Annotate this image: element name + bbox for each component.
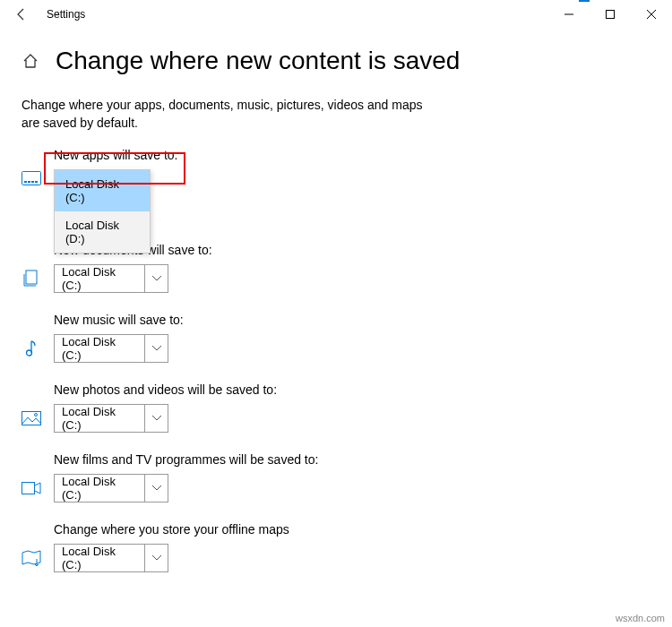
svg-rect-1 [607, 11, 615, 19]
chevron-down-icon [144, 475, 168, 502]
photos-value: Local Disk (C:) [55, 405, 144, 432]
svg-point-10 [35, 414, 38, 417]
page-intro: Change where your apps, documents, music… [0, 97, 448, 132]
svg-rect-11 [22, 483, 35, 494]
svg-rect-6 [35, 181, 38, 183]
music-label: New music will save to: [54, 313, 650, 327]
chevron-down-icon [144, 335, 168, 362]
minimize-button[interactable] [548, 0, 590, 29]
apps-label: New apps will save to: [54, 148, 650, 162]
music-value: Local Disk (C:) [55, 335, 144, 362]
back-button[interactable] [7, 0, 36, 29]
maps-icon [22, 548, 41, 568]
dropdown-option-d[interactable]: Local Disk (D:) [55, 211, 150, 253]
window-title: Settings [47, 8, 85, 21]
films-value: Local Disk (C:) [55, 475, 144, 502]
photos-icon [22, 408, 41, 428]
music-icon [22, 339, 41, 358]
watermark: wsxdn.com [616, 613, 665, 623]
active-tab-accent [579, 0, 590, 2]
music-section: New music will save to: Local Disk (C:) [22, 313, 650, 363]
home-icon[interactable] [22, 52, 39, 70]
documents-select[interactable]: Local Disk (C:) [54, 264, 168, 293]
photos-label: New photos and videos will be saved to: [54, 382, 650, 397]
films-select[interactable]: Local Disk (C:) [54, 474, 168, 502]
svg-rect-2 [22, 172, 41, 185]
music-select[interactable]: Local Disk (C:) [54, 334, 168, 363]
chevron-down-icon [144, 405, 168, 432]
apps-icon [22, 169, 41, 189]
chevron-down-icon [144, 545, 168, 571]
apps-section: New apps will save to: Local Disk (C:) L… [22, 148, 650, 189]
title-bar: Settings [0, 0, 672, 29]
photos-section: New photos and videos will be saved to: … [22, 382, 650, 433]
svg-rect-3 [24, 181, 27, 183]
films-section: New films and TV programmes will be save… [22, 452, 650, 502]
svg-rect-4 [28, 181, 30, 183]
films-icon [22, 478, 41, 498]
films-label: New films and TV programmes will be save… [54, 452, 650, 467]
documents-value: Local Disk (C:) [55, 265, 144, 292]
page-header: Change where new content is saved [0, 29, 672, 97]
documents-icon [22, 269, 41, 288]
close-button[interactable] [631, 0, 672, 29]
maps-value: Local Disk (C:) [55, 545, 144, 571]
maps-select[interactable]: Local Disk (C:) [54, 544, 168, 572]
photos-select[interactable]: Local Disk (C:) [54, 404, 168, 433]
page-title: Change where new content is saved [56, 47, 460, 75]
maximize-button[interactable] [590, 0, 631, 29]
dropdown-option-c[interactable]: Local Disk (C:) [55, 170, 150, 211]
maps-label: Change where you store your offline maps [54, 522, 650, 537]
maps-section: Change where you store your offline maps… [22, 522, 650, 572]
svg-rect-7 [26, 271, 37, 284]
svg-rect-5 [31, 181, 34, 183]
chevron-down-icon [144, 265, 168, 292]
apps-dropdown-list: Local Disk (C:) Local Disk (D:) [54, 169, 151, 253]
svg-rect-9 [22, 412, 41, 425]
